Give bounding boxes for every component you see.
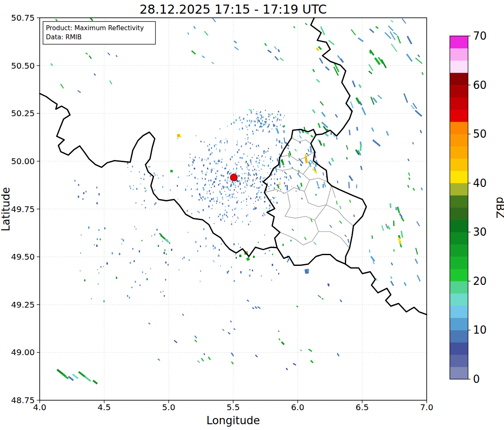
echo-feature xyxy=(84,376,91,382)
echo-feature xyxy=(93,380,98,384)
radar-site-marker xyxy=(230,174,237,181)
y-tick-label: 50.75 xyxy=(11,13,35,23)
echo-feature xyxy=(420,130,422,134)
region-borders xyxy=(265,138,354,248)
echo-feature xyxy=(316,48,319,51)
x-tick-label: 6.0 xyxy=(291,402,304,412)
echo-feature xyxy=(179,136,181,138)
colorbar-tick-label: 40 xyxy=(473,177,487,189)
radar-echo-layer xyxy=(50,17,424,384)
colorbar-tick-label: 20 xyxy=(473,275,487,287)
grid-lines xyxy=(40,18,427,400)
y-tick-label: 49.00 xyxy=(11,347,35,357)
x-tick-label: 4.0 xyxy=(33,402,46,412)
colorbar-tick-label: 0 xyxy=(473,373,480,385)
y-axis-label: Latitude xyxy=(0,187,12,231)
x-axis-label: Longitude xyxy=(206,414,260,427)
echo-feature xyxy=(421,187,423,191)
figure-title: 28.12.2025 17:15 - 17:19 UTC xyxy=(139,2,327,17)
echo-feature xyxy=(337,55,340,59)
echo-feature xyxy=(239,255,241,257)
echo-feature xyxy=(170,170,173,172)
echo-feature xyxy=(72,373,79,379)
x-tick-label: 5.0 xyxy=(162,402,175,412)
y-tick-label: 49.75 xyxy=(11,204,35,214)
echo-feature xyxy=(400,244,402,248)
y-tick-label: 49.25 xyxy=(11,300,35,310)
y-tick-label: 50.25 xyxy=(11,108,35,118)
echo-feature xyxy=(306,153,307,154)
echo-feature xyxy=(246,257,250,261)
colorbar-segments xyxy=(450,36,468,380)
echo-feature xyxy=(55,19,57,22)
x-tick-label: 7.0 xyxy=(420,402,433,412)
echo-feature xyxy=(164,238,169,243)
y-tick-label: 50.50 xyxy=(11,61,35,71)
y-tick-label: 50.00 xyxy=(11,156,35,166)
echo-feature xyxy=(177,138,178,139)
annotation-data-line: Data: RMIB xyxy=(46,33,82,41)
colorbar-tick-label: 70 xyxy=(473,30,487,42)
x-tick-label: 4.5 xyxy=(98,402,111,412)
x-tick-label: 6.5 xyxy=(356,402,369,412)
echo-feature xyxy=(305,157,308,163)
annotation-box: Product: Maximum Reflectivity Data: RMIB xyxy=(43,22,155,44)
colorbar-ticks: 010203040506070 xyxy=(468,30,487,385)
echo-feature xyxy=(339,58,344,63)
x-tick-label: 5.5 xyxy=(227,402,240,412)
echo-feature xyxy=(281,342,285,345)
radar-site-layer xyxy=(230,174,237,181)
figure-canvas: 28.12.2025 17:15 - 17:19 UTC 4.04.55.05.… xyxy=(0,0,504,430)
colorbar-label: dBZ xyxy=(494,197,504,218)
echo-feature xyxy=(68,376,74,381)
annotation-product-line: Product: Maximum Reflectivity xyxy=(46,24,144,32)
echo-feature xyxy=(62,373,69,379)
echo-feature xyxy=(253,256,255,258)
colorbar-tick-label: 60 xyxy=(473,79,487,91)
y-tick-label: 48.75 xyxy=(11,395,35,405)
colorbar-tick-label: 30 xyxy=(473,226,487,238)
echo-feature xyxy=(310,360,313,363)
radar-map-figure: 28.12.2025 17:15 - 17:19 UTC 4.04.55.05.… xyxy=(0,0,504,430)
colorbar-tick-label: 10 xyxy=(473,324,487,336)
echo-feature xyxy=(308,269,309,272)
y-tick-label: 49.50 xyxy=(11,252,35,262)
colorbar-tick-label: 50 xyxy=(473,128,487,140)
